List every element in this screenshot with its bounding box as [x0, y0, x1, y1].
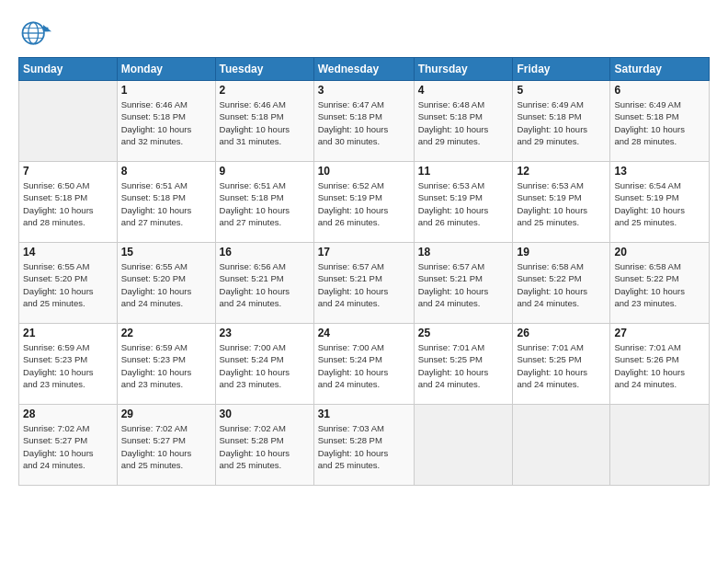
day-info: Sunrise: 6:48 AM Sunset: 5:18 PM Dayligh…	[418, 98, 509, 147]
day-cell: 26Sunrise: 7:01 AM Sunset: 5:25 PM Dayli…	[513, 324, 610, 405]
day-number: 7	[23, 165, 113, 178]
day-cell	[513, 405, 610, 486]
page: SundayMondayTuesdayWednesdayThursdayFrid…	[0, 0, 728, 563]
day-cell: 31Sunrise: 7:03 AM Sunset: 5:28 PM Dayli…	[313, 405, 414, 486]
header-cell-tuesday: Tuesday	[215, 58, 313, 81]
day-cell: 18Sunrise: 6:57 AM Sunset: 5:21 PM Dayli…	[414, 243, 513, 324]
day-info: Sunrise: 6:46 AM Sunset: 5:18 PM Dayligh…	[220, 98, 310, 147]
day-cell	[610, 405, 710, 486]
day-info: Sunrise: 6:50 AM Sunset: 5:18 PM Dayligh…	[23, 179, 113, 228]
week-row-1: 7Sunrise: 6:50 AM Sunset: 5:18 PM Daylig…	[19, 162, 710, 243]
day-number: 22	[121, 327, 211, 339]
day-number: 4	[418, 84, 509, 97]
day-cell: 15Sunrise: 6:55 AM Sunset: 5:20 PM Dayli…	[117, 243, 215, 324]
day-info: Sunrise: 6:57 AM Sunset: 5:21 PM Dayligh…	[318, 260, 410, 309]
day-cell: 29Sunrise: 7:02 AM Sunset: 5:27 PM Dayli…	[117, 405, 215, 486]
day-info: Sunrise: 7:00 AM Sunset: 5:24 PM Dayligh…	[318, 341, 410, 390]
day-info: Sunrise: 7:02 AM Sunset: 5:28 PM Dayligh…	[220, 422, 310, 471]
day-number: 14	[23, 246, 113, 259]
day-cell: 7Sunrise: 6:50 AM Sunset: 5:18 PM Daylig…	[19, 162, 118, 243]
day-cell: 6Sunrise: 6:49 AM Sunset: 5:18 PM Daylig…	[610, 81, 710, 162]
day-info: Sunrise: 6:55 AM Sunset: 5:20 PM Dayligh…	[121, 260, 211, 309]
day-number: 1	[121, 84, 211, 97]
header	[18, 17, 710, 50]
day-info: Sunrise: 6:53 AM Sunset: 5:19 PM Dayligh…	[517, 179, 606, 228]
week-row-4: 28Sunrise: 7:02 AM Sunset: 5:27 PM Dayli…	[19, 405, 710, 486]
header-cell-sunday: Sunday	[19, 58, 118, 81]
day-number: 12	[517, 165, 606, 178]
day-number: 16	[220, 246, 310, 259]
day-cell: 19Sunrise: 6:58 AM Sunset: 5:22 PM Dayli…	[513, 243, 610, 324]
day-info: Sunrise: 7:02 AM Sunset: 5:27 PM Dayligh…	[121, 422, 211, 471]
day-number: 30	[220, 408, 310, 420]
logo-icon	[18, 17, 51, 50]
day-cell: 25Sunrise: 7:01 AM Sunset: 5:25 PM Dayli…	[414, 324, 513, 405]
day-cell: 1Sunrise: 6:46 AM Sunset: 5:18 PM Daylig…	[117, 81, 215, 162]
day-cell: 21Sunrise: 6:59 AM Sunset: 5:23 PM Dayli…	[19, 324, 118, 405]
day-info: Sunrise: 7:02 AM Sunset: 5:27 PM Dayligh…	[23, 422, 113, 471]
day-cell: 12Sunrise: 6:53 AM Sunset: 5:19 PM Dayli…	[513, 162, 610, 243]
header-cell-monday: Monday	[117, 58, 215, 81]
day-number: 2	[220, 84, 310, 97]
day-number: 8	[121, 165, 211, 178]
calendar: SundayMondayTuesdayWednesdayThursdayFrid…	[18, 57, 710, 486]
day-number: 29	[121, 408, 211, 420]
calendar-header: SundayMondayTuesdayWednesdayThursdayFrid…	[19, 58, 710, 81]
day-cell	[414, 405, 513, 486]
day-cell: 16Sunrise: 6:56 AM Sunset: 5:21 PM Dayli…	[215, 243, 313, 324]
day-info: Sunrise: 6:59 AM Sunset: 5:23 PM Dayligh…	[23, 341, 113, 390]
day-number: 17	[318, 246, 410, 259]
day-info: Sunrise: 7:01 AM Sunset: 5:25 PM Dayligh…	[418, 341, 509, 390]
day-info: Sunrise: 6:53 AM Sunset: 5:19 PM Dayligh…	[418, 179, 509, 228]
day-info: Sunrise: 6:56 AM Sunset: 5:21 PM Dayligh…	[220, 260, 310, 309]
day-info: Sunrise: 6:54 AM Sunset: 5:19 PM Dayligh…	[614, 179, 705, 228]
day-cell: 3Sunrise: 6:47 AM Sunset: 5:18 PM Daylig…	[313, 81, 414, 162]
day-number: 18	[418, 246, 509, 259]
day-info: Sunrise: 6:58 AM Sunset: 5:22 PM Dayligh…	[614, 260, 705, 309]
day-number: 9	[220, 165, 310, 178]
day-cell: 24Sunrise: 7:00 AM Sunset: 5:24 PM Dayli…	[313, 324, 414, 405]
day-info: Sunrise: 7:01 AM Sunset: 5:26 PM Dayligh…	[614, 341, 705, 390]
day-cell: 8Sunrise: 6:51 AM Sunset: 5:18 PM Daylig…	[117, 162, 215, 243]
day-cell: 14Sunrise: 6:55 AM Sunset: 5:20 PM Dayli…	[19, 243, 118, 324]
day-cell: 23Sunrise: 7:00 AM Sunset: 5:24 PM Dayli…	[215, 324, 313, 405]
day-cell: 10Sunrise: 6:52 AM Sunset: 5:19 PM Dayli…	[313, 162, 414, 243]
day-number: 31	[318, 408, 410, 420]
day-number: 23	[220, 327, 310, 339]
svg-rect-7	[43, 28, 48, 32]
header-row: SundayMondayTuesdayWednesdayThursdayFrid…	[19, 58, 710, 81]
day-cell: 22Sunrise: 6:59 AM Sunset: 5:23 PM Dayli…	[117, 324, 215, 405]
day-info: Sunrise: 7:01 AM Sunset: 5:25 PM Dayligh…	[517, 341, 606, 390]
day-cell: 28Sunrise: 7:02 AM Sunset: 5:27 PM Dayli…	[19, 405, 118, 486]
day-cell	[19, 81, 118, 162]
day-info: Sunrise: 6:57 AM Sunset: 5:21 PM Dayligh…	[418, 260, 509, 309]
day-info: Sunrise: 6:46 AM Sunset: 5:18 PM Dayligh…	[121, 98, 211, 147]
day-number: 28	[23, 408, 113, 420]
day-info: Sunrise: 6:49 AM Sunset: 5:18 PM Dayligh…	[517, 98, 606, 147]
day-number: 6	[614, 84, 705, 97]
day-number: 25	[418, 327, 509, 339]
week-row-3: 21Sunrise: 6:59 AM Sunset: 5:23 PM Dayli…	[19, 324, 710, 405]
logo	[18, 17, 55, 50]
day-number: 3	[318, 84, 410, 97]
day-info: Sunrise: 7:03 AM Sunset: 5:28 PM Dayligh…	[318, 422, 410, 471]
day-info: Sunrise: 6:51 AM Sunset: 5:18 PM Dayligh…	[220, 179, 310, 228]
day-number: 5	[517, 84, 606, 97]
day-cell: 9Sunrise: 6:51 AM Sunset: 5:18 PM Daylig…	[215, 162, 313, 243]
day-number: 21	[23, 327, 113, 339]
day-number: 27	[614, 327, 705, 339]
day-number: 11	[418, 165, 509, 178]
day-cell: 30Sunrise: 7:02 AM Sunset: 5:28 PM Dayli…	[215, 405, 313, 486]
day-info: Sunrise: 6:51 AM Sunset: 5:18 PM Dayligh…	[121, 179, 211, 228]
day-number: 15	[121, 246, 211, 259]
header-cell-saturday: Saturday	[610, 58, 710, 81]
day-cell: 11Sunrise: 6:53 AM Sunset: 5:19 PM Dayli…	[414, 162, 513, 243]
header-cell-wednesday: Wednesday	[313, 58, 414, 81]
day-info: Sunrise: 7:00 AM Sunset: 5:24 PM Dayligh…	[220, 341, 310, 390]
day-number: 19	[517, 246, 606, 259]
day-cell: 17Sunrise: 6:57 AM Sunset: 5:21 PM Dayli…	[313, 243, 414, 324]
day-cell: 5Sunrise: 6:49 AM Sunset: 5:18 PM Daylig…	[513, 81, 610, 162]
day-cell: 20Sunrise: 6:58 AM Sunset: 5:22 PM Dayli…	[610, 243, 710, 324]
day-number: 26	[517, 327, 606, 339]
day-info: Sunrise: 6:58 AM Sunset: 5:22 PM Dayligh…	[517, 260, 606, 309]
